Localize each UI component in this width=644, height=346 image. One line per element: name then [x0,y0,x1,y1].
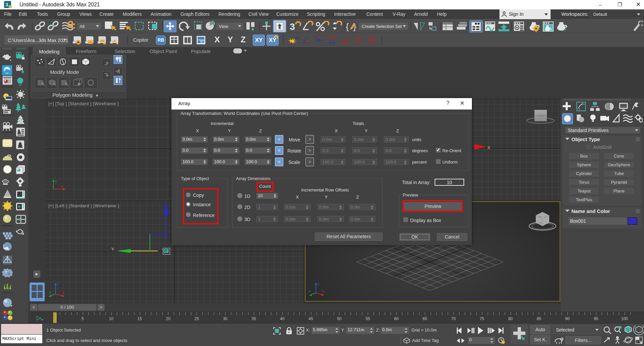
svg-text:30: 30 [372,36,375,39]
svg-text:X: X [322,290,324,293]
svg-text:wo: wo [538,215,542,218]
svg-text:3: 3 [290,21,295,32]
svg-text:Z: Z [52,184,54,188]
svg-text:{: { [346,21,349,32]
svg-text:Z: Z [57,282,59,286]
svg-text:3: 3 [5,2,8,7]
svg-text:mu: mu [544,216,547,218]
svg-text:X: X [62,291,65,295]
svg-text:Y: Y [49,291,51,295]
svg-text:FRONT: FRONT [536,114,546,117]
svg-text:Y: Y [55,180,57,184]
svg-text:X: X [487,145,490,150]
svg-text:VACC: VACC [355,36,362,39]
svg-text:50: 50 [318,36,321,39]
svg-text:}: } [353,21,356,32]
svg-text:45: 45 [345,40,348,43]
svg-text:Y: Y [309,290,311,294]
svg-text:X: X [61,185,63,188]
svg-text:up: up [539,221,542,224]
svg-text:NOTE: NOTE [328,36,336,39]
svg-text:Y: Y [111,247,114,252]
svg-text:Z: Z [318,283,320,286]
svg-text:45: 45 [305,40,308,43]
